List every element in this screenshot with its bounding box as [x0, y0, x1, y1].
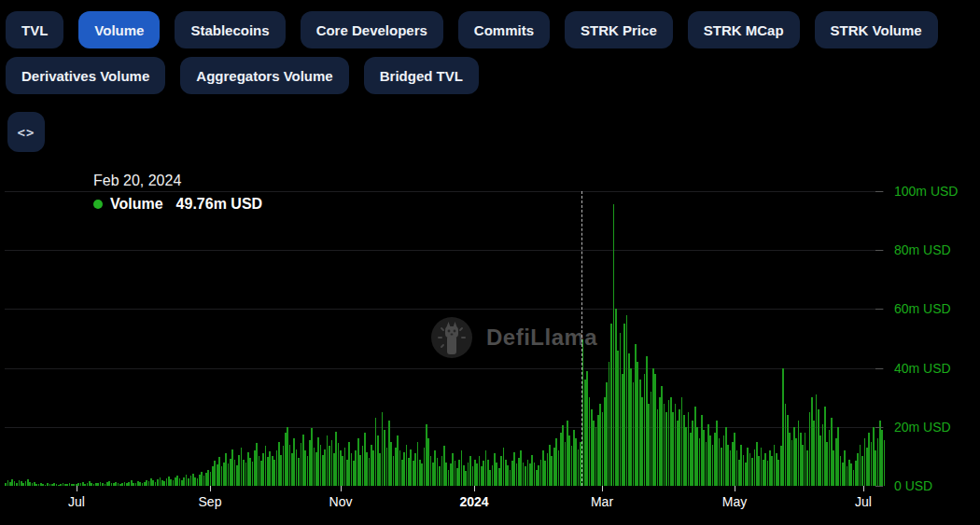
x-axis-tick — [77, 486, 77, 491]
x-axis-tick — [210, 486, 211, 491]
tab-row-1: TVLVolumeStablecoinsCore DevelopersCommi… — [6, 11, 938, 48]
tab-strk-volume[interactable]: STRK Volume — [815, 11, 938, 48]
y-axis-tick — [875, 250, 883, 251]
y-axis-label-20m-usd: 20m USD — [894, 420, 951, 435]
tab-aggregators-volume[interactable]: Aggregators Volume — [180, 57, 348, 94]
tab-tvl[interactable]: TVL — [6, 11, 63, 48]
tab-derivatives-volume[interactable]: Derivatives Volume — [6, 57, 165, 94]
tab-stablecoins[interactable]: Stablecoins — [175, 11, 285, 48]
y-axis-tick — [875, 427, 883, 428]
plot-area[interactable] — [5, 191, 884, 486]
y-axis-label-0-usd: 0 USD — [894, 478, 932, 493]
x-axis-label-2024: 2024 — [441, 494, 507, 509]
tab-strk-mcap[interactable]: STRK MCap — [688, 11, 800, 48]
x-axis-tick — [474, 486, 475, 491]
y-axis-label-80m-usd: 80m USD — [894, 242, 951, 257]
x-axis-label-jul: Jul — [44, 494, 109, 509]
embed-code-button[interactable]: <> — [7, 112, 45, 152]
x-axis-tick — [735, 486, 735, 491]
tab-commits[interactable]: Commits — [458, 11, 550, 48]
y-axis-tick — [875, 191, 883, 192]
x-axis-label-may: May — [702, 494, 767, 509]
y-axis-tick — [875, 309, 883, 310]
tab-volume[interactable]: Volume — [78, 11, 160, 48]
tooltip-date: Feb 20, 2024 — [93, 173, 262, 189]
code-icon: <> — [18, 125, 35, 140]
tab-bridged-tvl[interactable]: Bridged TVL — [364, 57, 479, 94]
y-axis-label-40m-usd: 40m USD — [894, 361, 951, 376]
y-axis-tick — [875, 486, 883, 487]
x-axis-tick — [341, 486, 342, 491]
x-axis-tick — [602, 486, 603, 491]
tab-row-2: Derivatives VolumeAggregators VolumeBrid… — [6, 57, 479, 94]
highlight-dashed-line — [581, 191, 582, 486]
x-axis-label-sep: Sep — [177, 494, 243, 509]
x-axis-label-nov: Nov — [308, 494, 373, 509]
y-axis-tick — [875, 368, 883, 369]
volume-bars — [5, 191, 884, 486]
x-axis-label-mar: Mar — [569, 494, 635, 509]
y-axis-label-100m-usd: 100m USD — [894, 184, 958, 199]
volume-bar[interactable] — [884, 440, 886, 486]
x-axis-label-jul: Jul — [831, 494, 896, 509]
defillama-chart-page: TVLVolumeStablecoinsCore DevelopersCommi… — [0, 0, 980, 525]
tab-core-developers[interactable]: Core Developers — [301, 11, 443, 48]
tab-strk-price[interactable]: STRK Price — [565, 11, 673, 48]
y-axis-label-60m-usd: 60m USD — [894, 301, 951, 316]
x-axis-tick — [863, 486, 864, 491]
